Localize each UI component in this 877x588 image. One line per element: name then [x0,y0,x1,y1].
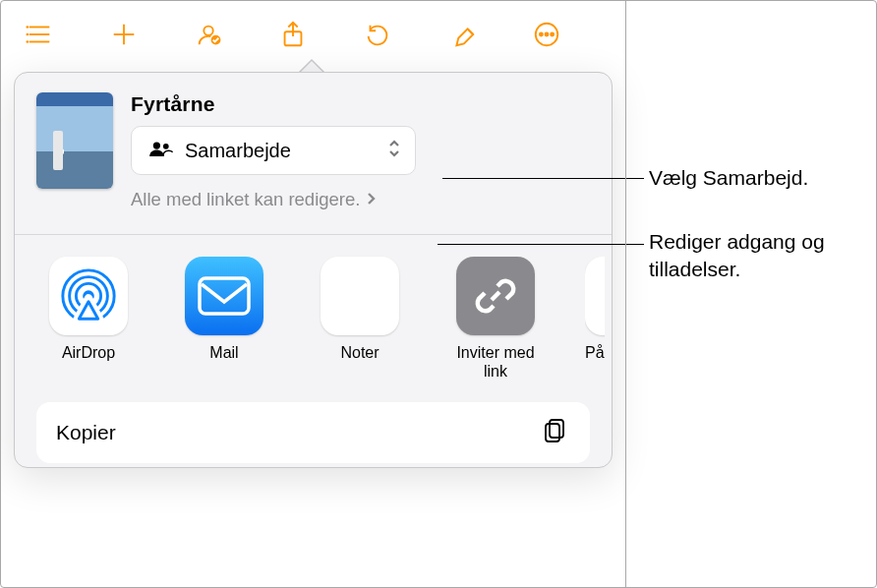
popover-arrow [298,59,325,73]
svg-point-4 [27,32,29,35]
app-reminders[interactable]: Påm [585,257,605,381]
svg-point-5 [27,40,29,43]
copy-icon [541,416,570,450]
permissions-text: Alle med linket kan redigere. [131,189,360,210]
svg-point-13 [546,32,549,35]
svg-point-15 [153,143,160,149]
share-sheet-header: Fyrtårne Samarbejde Alle med linket kan … [15,73,612,224]
link-icon [456,257,535,335]
format-button[interactable] [440,13,484,56]
app-label: Noter [340,343,379,381]
share-sheet: Fyrtårne Samarbejde Alle med linket kan … [14,72,613,468]
airdrop-icon [49,257,128,335]
notes-icon [321,257,399,335]
svg-rect-23 [546,424,559,441]
share-button[interactable] [271,13,315,56]
callout-line [442,178,644,179]
app-label: AirDrop [62,343,115,381]
app-label: Inviter med link [449,343,542,381]
chevron-right-icon [366,189,376,210]
document-thumbnail[interactable] [36,92,113,189]
callout-text-2: Rediger adgang og tilladelser. [649,228,875,284]
mail-icon [185,257,263,335]
svg-rect-21 [200,278,249,314]
callout-line [438,244,644,245]
svg-point-3 [27,26,29,29]
share-apps-row: AirDrop Mail Noter [15,235,612,388]
callout-text-1: Vælg Samarbejd. [649,164,808,192]
app-invite-link[interactable]: Inviter med link [449,257,542,381]
document-title: Fyrtårne [131,92,590,116]
app-mail[interactable]: Mail [178,257,270,381]
copy-action[interactable]: Kopier [36,402,590,463]
share-actions: Kopier [15,388,612,463]
undo-button[interactable] [356,13,399,56]
svg-point-16 [163,144,169,149]
reminders-icon [585,257,605,335]
people-icon [147,139,173,162]
collaborate-button[interactable] [187,13,230,56]
svg-rect-22 [550,420,563,438]
chevron-updown-icon [387,138,401,163]
app-airdrop[interactable]: AirDrop [42,257,135,381]
more-button[interactable] [525,13,568,56]
collaborate-selector[interactable]: Samarbejde [131,126,416,175]
sidebar-button[interactable] [18,13,61,56]
collaborate-label: Samarbejde [185,140,376,162]
add-button[interactable] [102,13,146,56]
app-label: Påm [585,343,605,381]
copy-label: Kopier [56,421,116,444]
svg-point-8 [204,26,212,34]
app-label: Mail [209,343,238,381]
svg-point-12 [540,32,543,35]
svg-point-14 [551,32,554,35]
permissions-link[interactable]: Alle med linket kan redigere. [131,185,376,210]
app-notes[interactable]: Noter [314,257,406,381]
